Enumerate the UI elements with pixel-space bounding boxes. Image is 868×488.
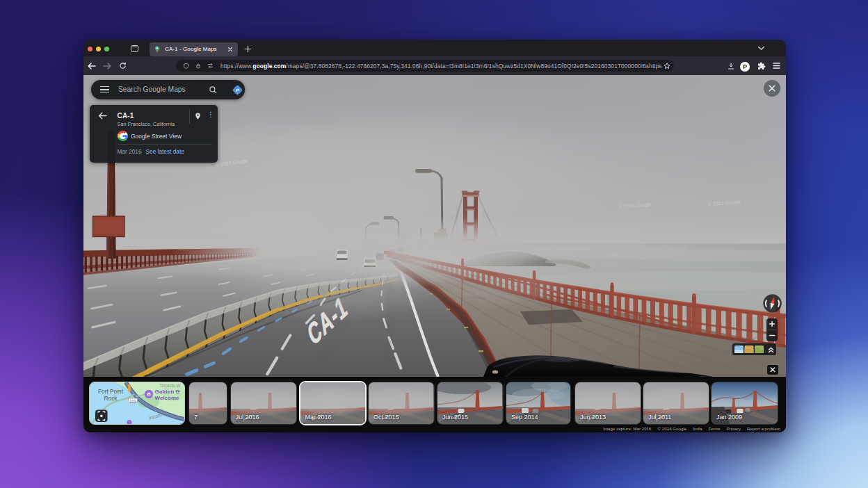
svg-text:© 2023 Google: © 2023 Google (463, 295, 486, 300)
svg-text:Fort Point: Fort Point (98, 388, 124, 395)
svg-text:101: 101 (129, 399, 136, 403)
svg-text:Rock: Rock (104, 395, 118, 402)
svg-text:Golden G: Golden G (155, 389, 180, 395)
svg-text:Welcome: Welcome (155, 395, 180, 401)
svg-text:Torpedo W: Torpedo W (159, 383, 181, 389)
